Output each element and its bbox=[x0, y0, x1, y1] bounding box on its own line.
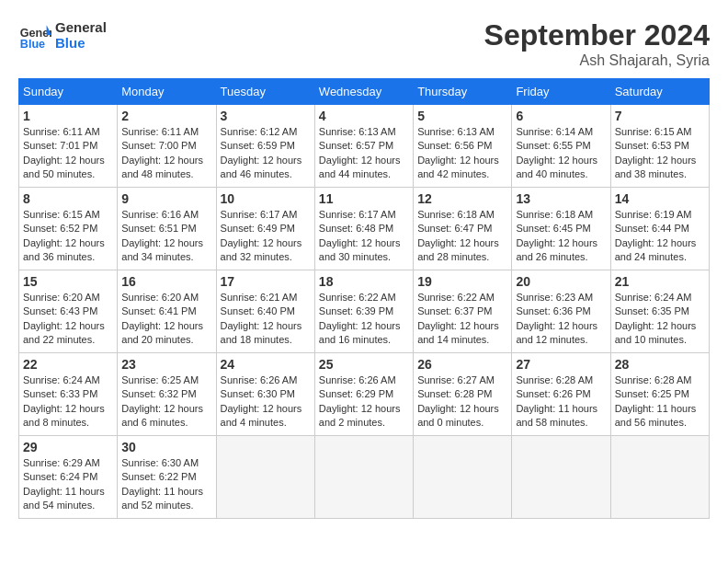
day-number: 1 bbox=[23, 109, 113, 123]
day-number: 27 bbox=[516, 357, 606, 372]
calendar-cell: 22Sunrise: 6:24 AMSunset: 6:33 PMDayligh… bbox=[19, 353, 118, 436]
day-info: Sunrise: 6:17 AMSunset: 6:49 PMDaylight:… bbox=[221, 208, 311, 265]
day-info: Sunrise: 6:22 AMSunset: 6:37 PMDaylight:… bbox=[417, 291, 507, 348]
calendar-cell: 6Sunrise: 6:14 AMSunset: 6:55 PMDaylight… bbox=[512, 105, 610, 188]
calendar-cell: 25Sunrise: 6:26 AMSunset: 6:29 PMDayligh… bbox=[314, 353, 413, 436]
calendar-cell: 9Sunrise: 6:16 AMSunset: 6:51 PMDaylight… bbox=[118, 188, 216, 270]
day-number: 8 bbox=[23, 191, 113, 206]
logo-general-text: General bbox=[55, 19, 107, 35]
day-info: Sunrise: 6:23 AMSunset: 6:36 PMDaylight:… bbox=[516, 291, 606, 348]
calendar-cell: 24Sunrise: 6:26 AMSunset: 6:30 PMDayligh… bbox=[216, 353, 314, 436]
day-header-tuesday: Tuesday bbox=[216, 79, 314, 105]
calendar-cell: 14Sunrise: 6:19 AMSunset: 6:44 PMDayligh… bbox=[610, 188, 709, 270]
calendar-cell: 28Sunrise: 6:28 AMSunset: 6:25 PMDayligh… bbox=[610, 353, 709, 436]
day-info: Sunrise: 6:28 AMSunset: 6:25 PMDaylight:… bbox=[615, 373, 705, 431]
calendar-cell: 20Sunrise: 6:23 AMSunset: 6:36 PMDayligh… bbox=[512, 270, 610, 353]
location: Ash Shajarah, Syria bbox=[484, 52, 710, 69]
svg-text:Blue: Blue bbox=[20, 38, 45, 51]
day-info: Sunrise: 6:28 AMSunset: 6:26 PMDaylight:… bbox=[516, 373, 606, 431]
calendar-week-2: 8Sunrise: 6:15 AMSunset: 6:52 PMDaylight… bbox=[19, 188, 710, 270]
day-info: Sunrise: 6:26 AMSunset: 6:30 PMDaylight:… bbox=[221, 373, 311, 431]
day-info: Sunrise: 6:25 AMSunset: 6:32 PMDaylight:… bbox=[121, 373, 211, 431]
calendar-cell: 29Sunrise: 6:29 AMSunset: 6:24 PMDayligh… bbox=[19, 436, 118, 519]
day-info: Sunrise: 6:21 AMSunset: 6:40 PMDaylight:… bbox=[221, 291, 311, 348]
calendar-week-5: 29Sunrise: 6:29 AMSunset: 6:24 PMDayligh… bbox=[19, 436, 710, 519]
day-number: 12 bbox=[417, 191, 507, 206]
day-info: Sunrise: 6:11 AMSunset: 7:00 PMDaylight:… bbox=[121, 125, 211, 182]
day-number: 28 bbox=[615, 357, 705, 372]
day-header-thursday: Thursday bbox=[414, 79, 512, 105]
day-number: 20 bbox=[516, 274, 606, 289]
calendar-cell: 4Sunrise: 6:13 AMSunset: 6:57 PMDaylight… bbox=[314, 105, 413, 188]
page-header: General Blue General Blue September 2024… bbox=[18, 18, 710, 69]
day-info: Sunrise: 6:19 AMSunset: 6:44 PMDaylight:… bbox=[615, 208, 705, 265]
calendar-cell: 27Sunrise: 6:28 AMSunset: 6:26 PMDayligh… bbox=[512, 353, 610, 436]
day-info: Sunrise: 6:18 AMSunset: 6:45 PMDaylight:… bbox=[516, 208, 606, 265]
day-header-wednesday: Wednesday bbox=[314, 79, 413, 105]
logo-blue-text: Blue bbox=[55, 35, 107, 51]
calendar-cell: 2Sunrise: 6:11 AMSunset: 7:00 PMDaylight… bbox=[118, 105, 216, 188]
day-number: 21 bbox=[615, 274, 705, 289]
day-number: 24 bbox=[221, 357, 311, 372]
day-number: 15 bbox=[23, 274, 113, 289]
day-number: 3 bbox=[221, 109, 311, 123]
calendar-cell: 16Sunrise: 6:20 AMSunset: 6:41 PMDayligh… bbox=[118, 270, 216, 353]
day-number: 2 bbox=[121, 109, 211, 123]
day-number: 14 bbox=[615, 191, 705, 206]
day-info: Sunrise: 6:24 AMSunset: 6:35 PMDaylight:… bbox=[615, 291, 705, 348]
day-info: Sunrise: 6:17 AMSunset: 6:48 PMDaylight:… bbox=[319, 208, 409, 265]
day-info: Sunrise: 6:24 AMSunset: 6:33 PMDaylight:… bbox=[23, 373, 113, 431]
day-info: Sunrise: 6:14 AMSunset: 6:55 PMDaylight:… bbox=[516, 125, 606, 182]
day-number: 19 bbox=[417, 274, 507, 289]
day-info: Sunrise: 6:30 AMSunset: 6:22 PMDaylight:… bbox=[121, 456, 211, 513]
day-info: Sunrise: 6:20 AMSunset: 6:43 PMDaylight:… bbox=[23, 291, 113, 348]
calendar-week-4: 22Sunrise: 6:24 AMSunset: 6:33 PMDayligh… bbox=[19, 353, 710, 436]
day-number: 16 bbox=[121, 274, 211, 289]
month-title: September 2024 bbox=[484, 18, 710, 52]
calendar-cell bbox=[216, 436, 314, 519]
day-info: Sunrise: 6:13 AMSunset: 6:57 PMDaylight:… bbox=[319, 125, 409, 182]
calendar-cell: 17Sunrise: 6:21 AMSunset: 6:40 PMDayligh… bbox=[216, 270, 314, 353]
day-number: 9 bbox=[121, 191, 211, 206]
calendar-cell: 19Sunrise: 6:22 AMSunset: 6:37 PMDayligh… bbox=[414, 270, 512, 353]
day-info: Sunrise: 6:29 AMSunset: 6:24 PMDaylight:… bbox=[23, 456, 113, 513]
title-block: September 2024 Ash Shajarah, Syria bbox=[484, 18, 710, 69]
calendar-cell: 8Sunrise: 6:15 AMSunset: 6:52 PMDaylight… bbox=[19, 188, 118, 270]
calendar-cell: 11Sunrise: 6:17 AMSunset: 6:48 PMDayligh… bbox=[314, 188, 413, 270]
day-header-saturday: Saturday bbox=[610, 79, 709, 105]
calendar-cell bbox=[414, 436, 512, 519]
day-number: 26 bbox=[417, 357, 507, 372]
day-info: Sunrise: 6:20 AMSunset: 6:41 PMDaylight:… bbox=[121, 291, 211, 348]
logo-icon: General Blue bbox=[18, 18, 51, 52]
logo: General Blue General Blue bbox=[18, 18, 107, 52]
day-header-sunday: Sunday bbox=[19, 79, 118, 105]
day-number: 17 bbox=[221, 274, 311, 289]
day-number: 23 bbox=[121, 357, 211, 372]
calendar-week-1: 1Sunrise: 6:11 AMSunset: 7:01 PMDaylight… bbox=[19, 105, 710, 188]
calendar-cell: 12Sunrise: 6:18 AMSunset: 6:47 PMDayligh… bbox=[414, 188, 512, 270]
calendar-cell bbox=[610, 436, 709, 519]
day-info: Sunrise: 6:11 AMSunset: 7:01 PMDaylight:… bbox=[23, 125, 113, 182]
calendar-header-row: SundayMondayTuesdayWednesdayThursdayFrid… bbox=[19, 79, 710, 105]
day-number: 25 bbox=[319, 357, 409, 372]
calendar-cell: 5Sunrise: 6:13 AMSunset: 6:56 PMDaylight… bbox=[414, 105, 512, 188]
day-number: 7 bbox=[615, 109, 705, 123]
calendar-cell: 3Sunrise: 6:12 AMSunset: 6:59 PMDaylight… bbox=[216, 105, 314, 188]
day-number: 4 bbox=[319, 109, 409, 123]
calendar-cell bbox=[314, 436, 413, 519]
calendar-cell: 13Sunrise: 6:18 AMSunset: 6:45 PMDayligh… bbox=[512, 188, 610, 270]
day-number: 5 bbox=[417, 109, 507, 123]
calendar-cell: 30Sunrise: 6:30 AMSunset: 6:22 PMDayligh… bbox=[118, 436, 216, 519]
calendar-cell: 10Sunrise: 6:17 AMSunset: 6:49 PMDayligh… bbox=[216, 188, 314, 270]
day-number: 30 bbox=[121, 440, 211, 454]
day-info: Sunrise: 6:16 AMSunset: 6:51 PMDaylight:… bbox=[121, 208, 211, 265]
day-number: 29 bbox=[23, 440, 113, 454]
day-number: 11 bbox=[319, 191, 409, 206]
calendar-cell: 1Sunrise: 6:11 AMSunset: 7:01 PMDaylight… bbox=[19, 105, 118, 188]
day-info: Sunrise: 6:27 AMSunset: 6:28 PMDaylight:… bbox=[417, 373, 507, 431]
day-header-monday: Monday bbox=[118, 79, 216, 105]
day-info: Sunrise: 6:22 AMSunset: 6:39 PMDaylight:… bbox=[319, 291, 409, 348]
day-number: 13 bbox=[516, 191, 606, 206]
day-header-friday: Friday bbox=[512, 79, 610, 105]
calendar-cell: 18Sunrise: 6:22 AMSunset: 6:39 PMDayligh… bbox=[314, 270, 413, 353]
